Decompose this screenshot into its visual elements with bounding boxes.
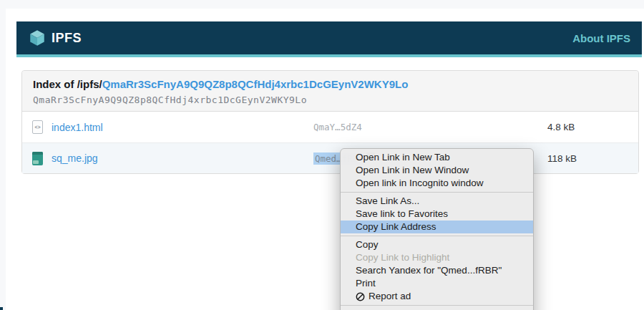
menu-item-search-yandex[interactable]: Search Yandex for "Qmed...fRBR" bbox=[341, 264, 533, 277]
menu-item-print[interactable]: Print bbox=[341, 277, 533, 290]
ipfs-brand: IPFS bbox=[28, 29, 82, 47]
listing-title-prefix: Index of /ipfs/ bbox=[33, 78, 102, 90]
listing-header: Index of /ipfs/QmaRr3ScFnyA9Q9QZ8p8QCfHd… bbox=[22, 71, 638, 112]
file-size: 118 kB bbox=[547, 153, 577, 164]
menu-item-copy-link-address[interactable]: Copy Link Address bbox=[341, 221, 533, 233]
menu-item-report-ad-label: Report ad bbox=[369, 290, 411, 303]
no-entry-icon bbox=[356, 292, 365, 301]
site-header: IPFS About IPFS bbox=[16, 21, 642, 57]
menu-item-report-ad[interactable]: Report ad bbox=[341, 290, 533, 303]
file-link[interactable]: index1.html bbox=[52, 122, 103, 133]
menu-divider bbox=[341, 305, 533, 306]
ipfs-gateway-page: IPFS About IPFS Index of /ipfs/QmaRr3ScF… bbox=[0, 0, 644, 310]
menu-item-open-new-window[interactable]: Open Link in New Window bbox=[341, 164, 533, 177]
table-row: <> index1.html QmaY…5dZ4 4.8 kB bbox=[22, 112, 638, 142]
directory-listing: Index of /ipfs/QmaRr3ScFnyA9Q9QZ8p8QCfHd… bbox=[21, 70, 639, 174]
listing-title: Index of /ipfs/QmaRr3ScFnyA9Q9QZ8p8QCfHd… bbox=[33, 77, 628, 92]
footer-edge-fragment bbox=[0, 307, 3, 310]
menu-divider bbox=[341, 192, 533, 193]
listing-title-hash-link[interactable]: QmaRr3ScFnyA9Q9QZ8p8QCfHdj4xrbc1DcGEynV2… bbox=[102, 78, 409, 90]
file-size: 4.8 kB bbox=[547, 122, 575, 132]
file-link[interactable]: sq_me.jpg bbox=[52, 152, 98, 164]
ipfs-cube-icon bbox=[28, 29, 47, 47]
menu-item-copy[interactable]: Copy bbox=[341, 238, 533, 251]
about-ipfs-link[interactable]: About IPFS bbox=[572, 32, 630, 44]
menu-divider bbox=[341, 236, 533, 236]
menu-item-open-incognito[interactable]: Open link in Incognito window bbox=[341, 177, 533, 190]
menu-item-copy-link-to-highlight: Copy Link to Highlight bbox=[341, 251, 533, 264]
brand-name: IPFS bbox=[52, 31, 82, 46]
menu-item-save-link-as[interactable]: Save Link As... bbox=[341, 195, 533, 208]
file-hash-link[interactable]: QmaY…5dZ4 bbox=[313, 122, 362, 132]
listing-subtitle-hash: QmaRr3ScFnyA9Q9QZ8p8QCfHdj4xrbc1DcGEynV2… bbox=[33, 95, 628, 105]
image-file-icon bbox=[32, 152, 45, 165]
menu-item-open-new-tab[interactable]: Open Link in New Tab bbox=[341, 151, 533, 164]
context-menu: Open Link in New Tab Open Link in New Wi… bbox=[340, 148, 534, 310]
table-row: sq_me.jpg Qmed…fRBR 118 kB bbox=[22, 142, 638, 173]
code-file-icon: <> bbox=[32, 120, 45, 134]
menu-item-save-to-favorites[interactable]: Save link to Favorites bbox=[341, 208, 533, 221]
